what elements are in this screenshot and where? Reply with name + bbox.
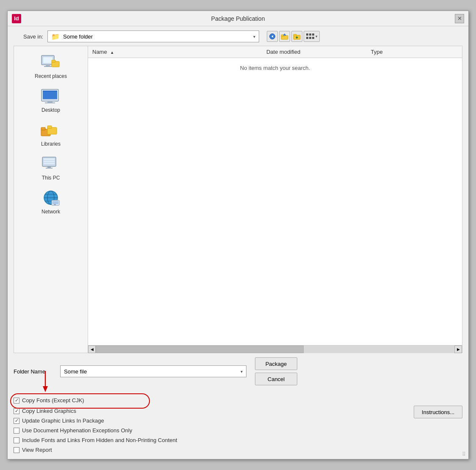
hidden-fonts-checkbox[interactable]: [14, 437, 19, 443]
network-icon: [40, 189, 62, 207]
svg-rect-10: [309, 33, 311, 36]
file-list-header: Name ▲ Date modified Type: [88, 46, 462, 58]
svg-rect-14: [312, 37, 314, 39]
svg-rect-18: [44, 66, 52, 67]
svg-rect-32: [44, 158, 55, 164]
sidebar-item-this-pc[interactable]: This PC: [14, 152, 88, 184]
sidebar-item-this-pc-label: This PC: [42, 175, 60, 181]
bottom-options-area: Instructions... Copy Fonts (Except CJK): [14, 392, 462, 455]
svg-rect-23: [43, 91, 57, 91]
col-date-header[interactable]: Date modified: [266, 49, 371, 55]
this-pc-icon: [40, 155, 62, 173]
sidebar-item-desktop[interactable]: Desktop: [14, 84, 88, 116]
svg-rect-28: [41, 127, 45, 130]
folder-name-dropdown[interactable]: Some file ▾: [60, 365, 246, 377]
scroll-right-button[interactable]: ▶: [454, 346, 462, 353]
desktop-icon: [40, 88, 62, 105]
close-button[interactable]: ✕: [455, 14, 464, 23]
col-name-label: Name: [92, 49, 107, 55]
hyphenation-row: Use Document Hyphenation Exceptions Only: [14, 426, 412, 435]
svg-rect-17: [46, 65, 50, 66]
svg-rect-20: [52, 60, 55, 62]
up-button[interactable]: [279, 31, 290, 42]
svg-rect-30: [47, 126, 52, 128]
instructions-button[interactable]: Instructions...: [414, 406, 462, 418]
svg-rect-11: [312, 33, 314, 36]
sidebar-item-network-label: Network: [42, 209, 60, 215]
svg-rect-44: [54, 204, 56, 205]
save-in-row: Save in: 📁 Some folder ▾: [14, 30, 462, 42]
svg-rect-35: [47, 166, 51, 168]
package-button[interactable]: Package: [255, 357, 297, 370]
folder-name-section: Folder Name Some file ▾ Package Cancel: [14, 357, 462, 385]
svg-rect-12: [306, 37, 308, 39]
copy-linked-checkbox[interactable]: [14, 408, 19, 414]
sort-arrow-icon: ▲: [110, 50, 114, 55]
svg-rect-43: [53, 201, 58, 204]
svg-rect-16: [43, 57, 53, 63]
svg-rect-9: [306, 33, 308, 36]
svg-rect-13: [309, 37, 311, 39]
update-graphic-label: Update Graphic Links In Package: [22, 417, 104, 424]
svg-rect-22: [43, 91, 57, 99]
col-name-header[interactable]: Name ▲: [92, 49, 266, 55]
cancel-button[interactable]: Cancel: [255, 373, 297, 385]
recent-places-icon: [40, 54, 62, 72]
scroll-thumb: [96, 346, 304, 353]
sidebar-item-recent-label: Recent places: [35, 73, 67, 79]
sidebar-item-libraries-label: Libraries: [41, 141, 61, 147]
copy-fonts-row-container: Copy Fonts (Except CJK): [14, 395, 412, 405]
folder-icon: 📁: [51, 33, 60, 41]
copy-fonts-checkbox[interactable]: [14, 398, 19, 404]
new-folder-button[interactable]: [291, 31, 302, 42]
no-items-message: No items match your search.: [92, 65, 458, 71]
svg-rect-6: [293, 34, 296, 36]
folder-name-chevron-icon: ▾: [241, 369, 243, 374]
id-logo-icon: Id: [12, 14, 21, 23]
action-buttons: Package Cancel: [255, 357, 297, 385]
view-report-row: View Report: [14, 445, 412, 455]
dialog-body: Save in: 📁 Some folder ▾: [8, 26, 468, 459]
save-in-label: Save in:: [14, 33, 43, 40]
hidden-fonts-label: Include Fonts and Links From Hidden and …: [22, 437, 177, 443]
view-report-checkbox[interactable]: [14, 447, 19, 453]
scroll-track[interactable]: [96, 346, 454, 353]
copy-fonts-row: Copy Fonts (Except CJK): [14, 395, 412, 405]
sidebar-item-libraries[interactable]: Libraries: [14, 118, 88, 150]
hidden-fonts-row: Include Fonts and Links From Hidden and …: [14, 435, 412, 445]
horizontal-scrollbar[interactable]: ◀ ▶: [88, 345, 462, 353]
main-content-area: Recent places Desk: [14, 46, 462, 353]
svg-rect-24: [43, 99, 57, 100]
save-in-chevron-icon: ▾: [253, 34, 255, 39]
toolbar-buttons: ▾: [267, 31, 320, 42]
sidebar-item-network[interactable]: Network: [14, 186, 88, 218]
svg-rect-26: [45, 102, 55, 103]
folder-name-label: Folder Name: [14, 368, 56, 375]
svg-rect-36: [46, 168, 53, 169]
title-bar-left: Id: [12, 14, 21, 23]
libraries-icon: [40, 122, 62, 139]
bottom-options: Copy Fonts (Except CJK) Copy Linked Grap…: [14, 395, 412, 455]
package-publication-dialog: Id Package Publication ✕ Save in: 📁 Some…: [7, 11, 469, 459]
file-area: Name ▲ Date modified Type No items match…: [88, 46, 462, 353]
update-graphic-checkbox[interactable]: [14, 418, 19, 424]
sidebar-item-recent-places[interactable]: Recent places: [14, 50, 88, 83]
save-in-folder-name: Some folder: [63, 33, 253, 40]
copy-linked-label: Copy Linked Graphics: [22, 408, 76, 414]
view-report-label: View Report: [22, 447, 52, 453]
sidebar: Recent places Desk: [14, 46, 88, 353]
views-button[interactable]: ▾: [304, 31, 320, 42]
hyphenation-label: Use Document Hyphenation Exceptions Only: [22, 427, 132, 434]
svg-marker-45: [43, 386, 48, 392]
col-type-header[interactable]: Type: [371, 49, 458, 55]
copy-fonts-label: Copy Fonts (Except CJK): [22, 397, 84, 404]
folder-name-value: Some file: [64, 368, 87, 375]
scroll-left-button[interactable]: ◀: [88, 346, 96, 353]
back-button[interactable]: [267, 31, 278, 42]
hyphenation-checkbox[interactable]: [14, 428, 19, 434]
sidebar-item-desktop-label: Desktop: [42, 107, 60, 113]
save-in-dropdown[interactable]: 📁 Some folder ▾: [47, 30, 259, 42]
copy-linked-row: Copy Linked Graphics: [14, 406, 412, 416]
dialog-title: Package Publication: [211, 15, 265, 22]
update-graphic-row: Update Graphic Links In Package: [14, 416, 412, 426]
